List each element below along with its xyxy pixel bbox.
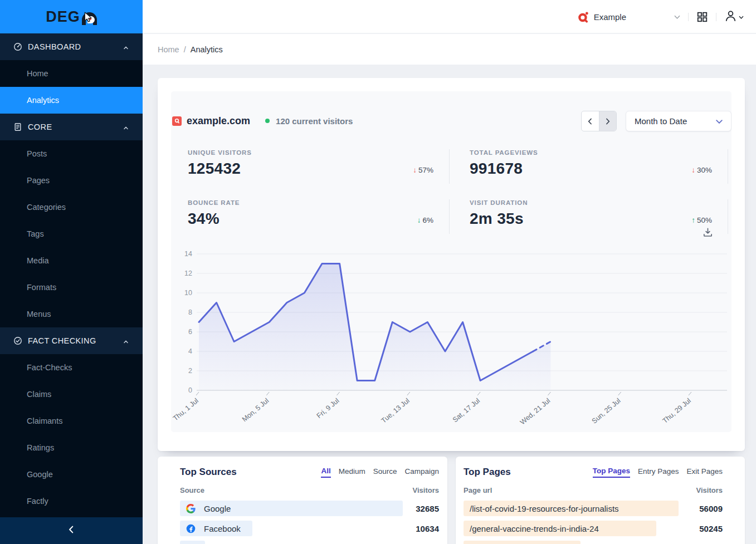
breadcrumb-home-link[interactable]: Home — [158, 45, 179, 54]
stat-value: 991678 — [470, 160, 728, 178]
organisation-name[interactable]: Example — [594, 12, 626, 22]
stat-label: VISIT DURATION — [470, 199, 728, 206]
row-label[interactable]: /list-of-covid-19-resources-for-journali… — [464, 504, 619, 513]
chevron-up-icon — [123, 337, 129, 344]
breadcrumb: Home / Analytics — [143, 34, 756, 65]
row-label[interactable]: Facebook — [180, 524, 241, 533]
prev-period-button[interactable] — [582, 111, 599, 131]
sidebar-item-fact-checks[interactable]: Fact-Checks — [0, 354, 143, 381]
sidebar-item-pages[interactable]: Pages — [0, 167, 143, 194]
sidebar-item-analytics[interactable]: Analytics — [0, 87, 143, 114]
sidebar-item-tags[interactable]: Tags — [0, 220, 143, 247]
row-label-text: Facebook — [204, 524, 241, 533]
sidebar-section-fact-checking[interactable]: FACT CHECKING — [0, 327, 143, 354]
stat-visit-duration: VISIT DURATION2m 35s↑50% — [470, 199, 728, 234]
tab-medium[interactable]: Medium — [339, 467, 365, 477]
main-content: example.com 120 current visitors — [143, 65, 756, 544]
row-label-text: /general-vaccine-trends-in-india-24 — [470, 524, 599, 533]
column-header-visitors: Visitors — [696, 486, 723, 494]
table-row[interactable]: Google32685 — [180, 498, 439, 518]
svg-text:6: 6 — [188, 328, 192, 336]
sidebar-item-ratings[interactable]: Ratings — [0, 434, 143, 461]
sidebar-item-google[interactable]: Google — [0, 461, 143, 488]
table-row-partial[interactable] — [180, 538, 439, 544]
stats-grid: UNIQUE VISITORS125432↓57%TOTAL PAGEVIEWS… — [188, 149, 728, 234]
svg-text:4: 4 — [188, 347, 192, 355]
google-icon — [186, 504, 196, 513]
row-label[interactable]: Google — [180, 504, 231, 513]
row-visitors: 32685 — [416, 504, 439, 513]
current-visitors: 120 current visitors — [276, 116, 353, 126]
breadcrumb-current: Analytics — [191, 45, 223, 54]
stat-value: 125432 — [188, 160, 449, 178]
table-row[interactable]: Facebook10634 — [180, 518, 439, 538]
sidebar-item-formats[interactable]: Formats — [0, 274, 143, 301]
chevron-left-icon — [66, 525, 76, 537]
svg-text:2: 2 — [188, 367, 192, 375]
sidebar-item-menus[interactable]: Menus — [0, 301, 143, 327]
table-row[interactable]: /list-of-covid-19-resources-for-journali… — [464, 498, 723, 518]
top-sources-columns: SourceVisitors — [180, 486, 439, 494]
sidebar-item-posts[interactable]: Posts — [0, 140, 143, 167]
apps-grid-icon[interactable] — [696, 11, 708, 23]
tab-campaign[interactable]: Campaign — [404, 467, 439, 477]
stat-unique-visitors: UNIQUE VISITORS125432↓57% — [188, 149, 450, 184]
table-row-partial[interactable] — [464, 538, 723, 544]
analytics-card: example.com 120 current visitors — [158, 78, 745, 451]
svg-text:Sun, 25 Jul: Sun, 25 Jul — [591, 397, 622, 425]
down-arrow-icon: ↓ — [417, 216, 421, 224]
sidebar-item-claims[interactable]: Claims — [0, 381, 143, 408]
row-label[interactable]: /general-vaccine-trends-in-india-24 — [464, 524, 599, 533]
check-circle-icon — [13, 336, 22, 345]
stat-total-pageviews: TOTAL PAGEVIEWS991678↓30% — [470, 149, 728, 184]
tab-top-pages[interactable]: Top Pages — [593, 467, 630, 478]
tab-entry-pages[interactable]: Entry Pages — [638, 467, 679, 477]
sidebar-section-label: FACT CHECKING — [28, 336, 123, 345]
stat-delta: ↓57% — [413, 166, 433, 174]
logo[interactable]: DEG — [0, 0, 143, 33]
stat-delta-value: 57% — [418, 166, 433, 174]
down-arrow-icon: ↓ — [691, 166, 695, 174]
top-sources-header: Top Sources AllMediumSourceCampaign — [180, 467, 439, 478]
sidebar-section-core[interactable]: CORE — [0, 114, 143, 140]
up-arrow-icon: ↑ — [691, 216, 695, 224]
column-header-visitors: Visitors — [413, 486, 439, 494]
tab-source[interactable]: Source — [373, 467, 397, 477]
site-header: example.com 120 current visitors — [172, 111, 353, 130]
download-icon[interactable] — [702, 227, 714, 241]
tab-exit-pages[interactable]: Exit Pages — [686, 467, 723, 477]
stat-label: TOTAL PAGEVIEWS — [470, 149, 728, 156]
svg-text:Thu, 29 Jul: Thu, 29 Jul — [661, 397, 692, 425]
sidebar-section-dashboard[interactable]: DASHBOARD — [0, 33, 143, 60]
svg-text:Fri, 9 Jul: Fri, 9 Jul — [315, 397, 341, 420]
organisation-caret-down-icon[interactable] — [674, 12, 680, 22]
stat-label: UNIQUE VISITORS — [188, 149, 449, 156]
sidebar-collapse-trigger[interactable] — [0, 517, 143, 544]
document-icon — [13, 122, 22, 131]
next-period-button[interactable] — [599, 111, 616, 131]
stat-label: BOUNCE RATE — [188, 199, 449, 206]
top-sources-title: Top Sources — [180, 467, 237, 478]
svg-text:Wed, 21 Jul: Wed, 21 Jul — [519, 397, 552, 427]
stat-value: 2m 35s — [470, 210, 728, 228]
sidebar-item-categories[interactable]: Categories — [0, 194, 143, 220]
table-row[interactable]: /general-vaccine-trends-in-india-2450245 — [464, 518, 723, 538]
row-visitors: 50245 — [699, 524, 723, 533]
sidebar-item-factly[interactable]: Factly — [0, 488, 143, 514]
top-pages-title: Top Pages — [464, 467, 511, 478]
sidebar-item-media[interactable]: Media — [0, 247, 143, 274]
user-caret-down-icon — [739, 12, 744, 22]
top-sources-card: Top Sources AllMediumSourceCampaign Sour… — [158, 457, 447, 544]
top-pages-header: Top Pages Top PagesEntry PagesExit Pages — [464, 467, 723, 478]
down-arrow-icon: ↓ — [413, 166, 417, 174]
sidebar-item-home[interactable]: Home — [0, 60, 143, 87]
analytics-panel: example.com 120 current visitors — [171, 91, 731, 432]
topbar-right-cluster: Example — [577, 0, 744, 33]
date-range-select[interactable]: Month to Date — [626, 111, 731, 131]
user-menu[interactable] — [724, 9, 744, 24]
live-dot-icon — [265, 119, 270, 123]
sidebar-item-claimants[interactable]: Claimants — [0, 408, 143, 434]
tab-all[interactable]: All — [321, 467, 330, 478]
topbar-divider — [688, 13, 689, 21]
date-controls: Month to Date — [581, 111, 731, 131]
